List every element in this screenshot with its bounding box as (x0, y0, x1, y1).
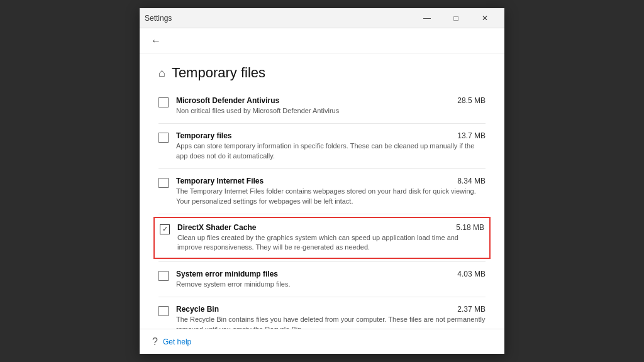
file-size: 13.7 MB (457, 131, 486, 140)
help-icon: ? (152, 336, 158, 348)
file-desc: Clean up files created by the graphics s… (177, 233, 484, 253)
file-checkbox[interactable] (158, 133, 169, 143)
file-checkbox[interactable] (158, 271, 169, 281)
file-name: DirectX Shader Cache (177, 223, 256, 232)
file-info: Recycle Bin2.37 MBThe Recycle Bin contai… (176, 305, 486, 329)
file-checkbox[interactable] (158, 178, 169, 188)
home-icon: ⌂ (158, 67, 165, 80)
file-item: Microsoft Defender Antivirus28.5 MBNon c… (158, 91, 486, 121)
file-item: System error minidump files4.03 MBRemove… (158, 265, 486, 294)
get-help-link[interactable]: Get help (163, 337, 191, 346)
file-item: DirectX Shader Cache5.18 MBClean up file… (153, 217, 491, 259)
file-desc: Remove system error minidump files. (176, 280, 486, 289)
file-info: Temporary Internet Files8.34 MBThe Tempo… (176, 177, 486, 206)
back-button[interactable]: ← (147, 32, 165, 50)
file-desc: Non critical files used by Microsoft Def… (176, 106, 486, 116)
file-info: System error minidump files4.03 MBRemove… (176, 270, 486, 289)
page-title: Temporary files (172, 65, 265, 81)
divider (158, 297, 486, 297)
nav-bar: ← (140, 28, 504, 53)
minimize-button[interactable]: — (413, 8, 441, 28)
file-name: Temporary files (176, 131, 231, 140)
titlebar: Settings — □ ✕ (140, 8, 504, 28)
file-item: Temporary files13.7 MBApps can store tem… (158, 126, 486, 166)
file-size: 28.5 MB (457, 96, 486, 105)
divider (158, 261, 486, 262)
bottom-bar: ? Get help (140, 329, 504, 354)
file-info: Microsoft Defender Antivirus28.5 MBNon c… (176, 96, 486, 116)
file-name: Temporary Internet Files (176, 177, 264, 185)
file-checkbox[interactable] (160, 224, 170, 234)
file-desc: The Temporary Internet Files folder cont… (176, 187, 486, 206)
file-info: Temporary files13.7 MBApps can store tem… (176, 131, 486, 161)
window-title: Settings (145, 14, 172, 23)
file-size: 2.37 MB (457, 305, 486, 314)
file-checkbox[interactable] (158, 306, 169, 316)
divider (158, 214, 486, 214)
file-size: 8.34 MB (457, 177, 486, 185)
window-controls: — □ ✕ (413, 8, 499, 28)
file-size: 4.03 MB (457, 270, 486, 278)
settings-window: Settings — □ ✕ ← ⌂ Temporary files Micro… (140, 8, 504, 354)
file-size: 5.18 MB (456, 223, 484, 232)
maximize-button[interactable]: □ (441, 8, 470, 28)
file-name: Microsoft Defender Antivirus (176, 96, 279, 105)
file-item: Temporary Internet Files8.34 MBThe Tempo… (158, 172, 486, 211)
main-content: ⌂ Temporary files Microsoft Defender Ant… (140, 53, 504, 329)
file-info: DirectX Shader Cache5.18 MBClean up file… (177, 223, 484, 253)
divider (158, 123, 486, 124)
file-item: Recycle Bin2.37 MBThe Recycle Bin contai… (158, 300, 486, 329)
divider (158, 168, 486, 169)
file-checkbox[interactable] (158, 97, 169, 107)
file-list: Microsoft Defender Antivirus28.5 MBNon c… (158, 91, 486, 329)
file-name: Recycle Bin (176, 305, 219, 314)
file-desc: Apps can store temporary information in … (176, 141, 486, 161)
file-desc: The Recycle Bin contains files you have … (176, 315, 486, 329)
close-button[interactable]: ✕ (470, 8, 499, 28)
page-header: ⌂ Temporary files (158, 53, 486, 91)
file-name: System error minidump files (176, 270, 278, 278)
